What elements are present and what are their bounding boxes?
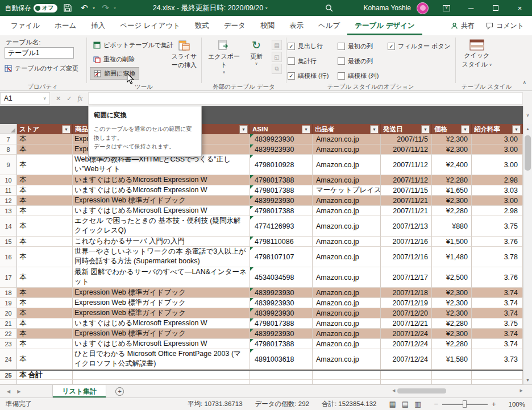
add-sheet-button[interactable]: + bbox=[115, 387, 124, 396]
row-number[interactable]: 19 bbox=[0, 298, 17, 308]
row-number[interactable] bbox=[0, 380, 17, 384]
cell-ship-date[interactable] bbox=[381, 371, 432, 380]
cell-ship-date[interactable]: 2007/11/12 bbox=[381, 175, 432, 185]
ribbon-tab[interactable]: データ bbox=[217, 16, 253, 35]
cell-asin[interactable]: 4798017388 bbox=[250, 206, 313, 216]
formula-input[interactable] bbox=[88, 92, 523, 105]
sheet-tab-active[interactable]: リスト集計 bbox=[52, 385, 106, 397]
cell-asin[interactable]: 4839923930 bbox=[250, 196, 313, 206]
cell-seller[interactable]: Amazon.co.jp bbox=[313, 134, 381, 144]
cell-ship-date[interactable]: 2007/12/20 bbox=[381, 308, 432, 318]
cell-asin[interactable]: 4798017388 bbox=[250, 318, 313, 329]
cell-price[interactable]: ¥1,580 bbox=[432, 349, 472, 370]
hscroll-left-icon[interactable]: ◀ bbox=[392, 388, 395, 393]
status-average[interactable]: 平均: 10731.36713 bbox=[188, 400, 243, 408]
cell-seller[interactable]: Amazon.co.jp bbox=[313, 267, 381, 288]
page-layout-view-button[interactable]: ▤ bbox=[402, 400, 409, 408]
row-number[interactable]: 9 bbox=[0, 155, 17, 175]
row-number[interactable]: 22 bbox=[0, 329, 17, 339]
minimize-button[interactable]: ─ bbox=[459, 0, 483, 16]
cell-price[interactable]: ¥2,280 bbox=[432, 206, 472, 216]
filter-button[interactable]: ▼ bbox=[421, 125, 430, 134]
cell-store[interactable]: 本 bbox=[17, 237, 73, 247]
cell-price[interactable]: ¥2,400 bbox=[432, 155, 472, 175]
cell-asin[interactable]: 4798017388 bbox=[250, 175, 313, 185]
cell-referral-rate[interactable]: 3.74 bbox=[472, 329, 523, 339]
ribbon-tab[interactable]: ヘルプ bbox=[311, 16, 347, 35]
cell-asin[interactable]: 4798107107 bbox=[250, 247, 313, 267]
cell-ship-date[interactable]: 2007/12/13 bbox=[381, 216, 432, 237]
cell-store[interactable]: 本 bbox=[17, 155, 73, 175]
maximize-button[interactable] bbox=[483, 0, 508, 16]
cell-referral-rate[interactable]: 3.78 bbox=[472, 247, 523, 267]
cell-asin[interactable]: 4534034598 bbox=[250, 267, 313, 288]
refresh-dropdown-icon[interactable]: ∨ bbox=[255, 61, 257, 66]
cell-price[interactable]: ¥2,300 bbox=[432, 196, 472, 206]
undo-dropdown-icon[interactable]: ∨ bbox=[92, 6, 95, 10]
cell-price[interactable]: ¥2,300 bbox=[432, 329, 472, 339]
cell-asin[interactable]: 4774126993 bbox=[250, 216, 313, 237]
cell-store[interactable]: 本 bbox=[17, 329, 73, 339]
column-header[interactable]: 紹介料率▼ bbox=[472, 124, 523, 134]
title-dropdown-icon[interactable]: ∨ bbox=[265, 6, 268, 10]
cell-referral-rate[interactable]: 3.76 bbox=[472, 237, 523, 247]
cell-price[interactable]: ¥1,480 bbox=[432, 247, 472, 267]
cell-referral-rate[interactable]: 2.98 bbox=[472, 175, 523, 185]
cell-seller[interactable]: Amazon.co.jp bbox=[313, 144, 381, 155]
vertical-scrollbar-thumb[interactable] bbox=[525, 135, 531, 171]
cell-ship-date[interactable]: 2007/11/5 bbox=[381, 134, 432, 144]
cell-ship-date[interactable] bbox=[381, 380, 432, 384]
refresh-button[interactable]: ↻ 更新 ∨ bbox=[244, 36, 268, 66]
ribbon-tab[interactable]: 挿入 bbox=[84, 16, 113, 35]
cell-store[interactable]: 本 bbox=[17, 349, 73, 370]
cell-price[interactable]: ¥2,300 bbox=[432, 308, 472, 318]
cell-seller[interactable]: Amazon.co.jp bbox=[313, 349, 381, 370]
cell-seller[interactable]: Amazon.co.jp bbox=[313, 175, 381, 185]
checkbox[interactable] bbox=[338, 57, 345, 65]
filter-button[interactable]: ▼ bbox=[370, 125, 379, 134]
cell-ship-date[interactable]: 2007/12/24 bbox=[381, 339, 432, 349]
cell-referral-rate[interactable]: 3.00 bbox=[472, 144, 523, 155]
row-number[interactable]: 11 bbox=[0, 185, 17, 196]
cell-product[interactable]: Expression Web 標準ガイドブック bbox=[73, 288, 250, 298]
cell-seller[interactable]: Amazon.co.jp bbox=[313, 247, 381, 267]
cell-price[interactable]: ¥2,300 bbox=[432, 298, 472, 308]
cell-asin[interactable]: 4839923930 bbox=[250, 144, 313, 155]
cell-product[interactable]: Expression Web 標準ガイドブック bbox=[73, 298, 250, 308]
row-number[interactable]: 16 bbox=[0, 247, 17, 267]
style-option[interactable]: 縞模様 (列) bbox=[338, 69, 385, 82]
cell-referral-rate[interactable]: 3.74 bbox=[472, 308, 523, 318]
summarize-with-pivottable-button[interactable]: ピボットテーブルで集計 bbox=[90, 39, 177, 51]
cell-ship-date[interactable]: 2007/11/12 bbox=[381, 155, 432, 175]
cell-referral-rate[interactable]: 3.74 bbox=[472, 339, 523, 349]
cell-asin[interactable]: 4798010928 bbox=[250, 155, 313, 175]
horizontal-scrollbar-thumb[interactable] bbox=[397, 388, 446, 394]
select-all-corner[interactable] bbox=[0, 124, 17, 134]
row-number[interactable]: 25 bbox=[0, 371, 17, 380]
avatar[interactable] bbox=[417, 2, 429, 14]
cell-seller[interactable]: Amazon.co.jp bbox=[313, 288, 381, 298]
cell-price[interactable] bbox=[432, 380, 472, 384]
column-header-strip[interactable] bbox=[0, 106, 523, 124]
ribbon-tab[interactable]: 数式 bbox=[188, 16, 217, 35]
document-title-area[interactable]: 24.xlsx - 最終更新日時: 2020/09/20 ∨ bbox=[102, 0, 318, 16]
row-number[interactable]: 23 bbox=[0, 339, 17, 349]
row-number[interactable]: 17 bbox=[0, 267, 17, 288]
cell-price[interactable]: ¥2,280 bbox=[432, 339, 472, 349]
style-option[interactable]: 集計行 bbox=[288, 55, 335, 67]
cell-asin[interactable]: 4839923930 bbox=[250, 308, 313, 318]
cell-seller[interactable]: Amazon.co.jp bbox=[313, 216, 381, 237]
cell-seller[interactable]: Amazon.co.jp bbox=[313, 329, 381, 339]
cell-store[interactable]: 本 bbox=[17, 134, 73, 144]
cell-asin[interactable]: 4798017388 bbox=[250, 339, 313, 349]
save-icon[interactable] bbox=[61, 2, 74, 14]
cell-asin[interactable]: 4839923930 bbox=[250, 134, 313, 144]
cell-store[interactable]: 本 bbox=[17, 175, 73, 185]
cell-referral-rate[interactable]: 3.00 bbox=[472, 155, 523, 175]
cell-seller[interactable]: Amazon.co.jp bbox=[313, 298, 381, 308]
cell-ship-date[interactable]: 2007/12/24 bbox=[381, 329, 432, 339]
cell-seller[interactable] bbox=[313, 380, 381, 384]
cell-product[interactable]: 最新 図解でわかるサーバのすべて―LAN&インターネット bbox=[73, 267, 250, 288]
horizontal-scrollbar[interactable]: ◀ ▶ bbox=[392, 387, 523, 395]
cell-referral-rate[interactable] bbox=[472, 371, 523, 380]
